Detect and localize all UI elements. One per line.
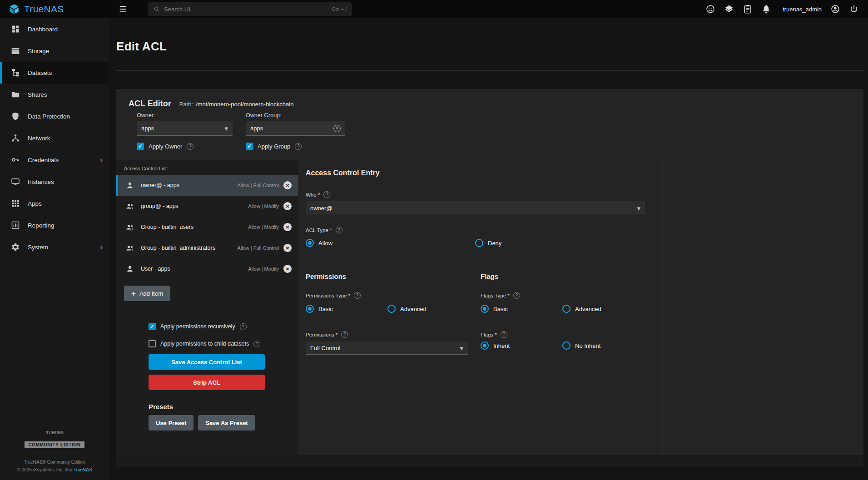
help-icon[interactable]: ? [187,143,193,150]
owner-select[interactable]: apps ▾ [137,121,233,136]
sidebar-item-label: Instances [28,178,54,185]
help-icon[interactable]: ? [501,331,507,338]
help-icon[interactable]: ? [513,292,520,299]
permissions-type-basic-radio[interactable]: Basic [306,305,387,313]
tasks-clipboard-icon[interactable] [743,4,753,14]
account-circle-icon[interactable] [830,4,840,14]
search-bar[interactable]: Ctrl + / [148,2,352,16]
acl-editor-card: ACL Editor Path:/mnt/monero-pool/monero-… [116,89,863,455]
acl-entry-row[interactable]: User - apps Allow | Modify ✕ [116,258,298,279]
strip-acl-button[interactable]: Strip ACL [149,375,265,390]
help-icon[interactable]: ? [323,191,330,198]
sidebar-item-label: Data Protection [28,113,70,120]
owner-group-label: Owner Group: [246,112,345,119]
acl-entry-row[interactable]: owner@ - apps Allow | Full Control ✕ [116,175,298,196]
apply-owner-label: Apply Owner [149,143,182,150]
radio-selected-icon [306,239,314,247]
sidebar-item-label: Dashboard [28,26,58,33]
radio-icon [387,305,396,313]
apply-owner-checkbox[interactable]: ✓ [137,143,144,150]
search-input[interactable] [164,6,328,13]
dashboard-icon [11,25,20,34]
remove-entry-icon[interactable]: ✕ [283,244,292,252]
sidebar-item-instances[interactable]: Instances [0,171,109,193]
sidebar-item-reporting[interactable]: Reporting [0,214,109,236]
chevron-down-icon: ▾ [637,205,640,212]
permissions-heading: Permissions [306,272,481,280]
permissions-type-advanced-radio[interactable]: Advanced [387,305,427,313]
flags-no-inherit-radio[interactable]: No Inherit [562,341,600,350]
who-label: Who * ? [306,191,863,198]
people-icon [125,223,134,232]
monitor-icon [11,177,20,186]
help-icon[interactable]: ? [253,341,260,347]
flags-type-label: Flags Type * ? [481,292,655,299]
apply-child-datasets-checkbox[interactable] [149,340,156,347]
topbar: TrueNAS ☰ Ctrl + / [0,0,868,18]
truenas-logo[interactable]: TrueNAS [0,3,109,15]
use-preset-button[interactable]: Use Preset [149,415,193,431]
who-select[interactable]: owner@ ▾ [306,201,645,215]
radio-selected-icon [481,341,489,350]
search-shortcut-hint: Ctrl + / [332,6,347,12]
acl-type-allow-radio[interactable]: Allow [306,239,475,247]
clear-icon[interactable]: ✕ [333,125,341,132]
help-icon[interactable]: ? [341,331,348,338]
sidebar-item-data-protection[interactable]: Data Protection [0,105,109,127]
acl-type-label: ACL Type * ? [306,227,863,233]
sidebar-item-apps[interactable]: Apps [0,193,109,214]
apply-recursively-label: Apply permissions recursively [160,323,235,330]
remove-entry-icon[interactable]: ✕ [283,181,292,189]
search-icon [153,5,160,13]
apply-group-checkbox[interactable]: ✓ [246,143,253,150]
sidebar-item-storage[interactable]: Storage [0,40,109,62]
sidebar-item-shares[interactable]: Shares [0,84,109,105]
save-as-preset-button[interactable]: Save As Preset [198,415,255,431]
flags-inherit-radio[interactable]: Inherit [481,341,562,350]
access-control-list-panel: Access Control List owner@ - apps Allow … [116,160,298,455]
bar-chart-icon [11,221,20,230]
save-acl-button[interactable]: Save Access Control List [149,354,265,370]
acl-entry-row[interactable]: Group - builtin_users Allow | Modify ✕ [116,217,298,238]
help-icon[interactable]: ? [295,143,302,150]
acl-type-deny-radio[interactable]: Deny [475,239,501,247]
sidebar-item-system[interactable]: System › [0,236,109,258]
sidebar-item-datasets[interactable]: Datasets [0,62,109,84]
person-icon [125,264,134,273]
help-icon[interactable]: ? [336,227,342,233]
owner-group-input[interactable]: apps ✕ [246,121,345,136]
sidebar-item-label: Datasets [28,69,52,76]
notifications-bell-icon[interactable] [761,4,771,14]
add-item-button[interactable]: + Add Item [124,286,170,301]
apply-recursively-checkbox[interactable]: ✓ [149,323,156,330]
remove-entry-icon[interactable]: ✕ [283,202,292,210]
sidebar-item-dashboard[interactable]: Dashboard [0,18,109,40]
sidebar: Dashboard Storage Datasets Shares Data P… [0,18,109,480]
sidebar-item-label: Reporting [28,222,55,229]
copyright-brand-link[interactable]: TrueNAS [74,467,92,472]
acl-entry-row[interactable]: group@ - apps Allow | Modify ✕ [116,196,298,217]
jobs-layers-icon[interactable] [724,4,734,14]
sidebar-item-label: Storage [28,48,49,54]
remove-entry-icon[interactable]: ✕ [283,265,292,273]
hamburger-menu-icon[interactable]: ☰ [119,5,127,14]
power-icon[interactable] [849,4,859,14]
acl-entry-row[interactable]: Group - builtin_administrators Allow | F… [116,238,298,258]
flags-type-basic-radio[interactable]: Basic [481,305,562,313]
apps-grid-icon [11,199,20,208]
radio-icon [475,239,483,247]
folder-icon [11,90,20,99]
help-icon[interactable]: ? [240,323,247,330]
remove-entry-icon[interactable]: ✕ [283,223,292,231]
owner-label: Owner: [137,112,233,119]
feedback-smiley-icon[interactable] [705,4,715,14]
sidebar-item-network[interactable]: Network [0,127,109,149]
help-icon[interactable]: ? [354,292,361,299]
product-line: TrueNAS® Community Edition [0,458,109,466]
sidebar-item-label: Apps [28,200,42,207]
sidebar-item-credentials[interactable]: Credentials › [0,149,109,171]
flags-type-advanced-radio[interactable]: Advanced [562,305,601,313]
check-icon: ✓ [138,144,143,149]
permissions-select[interactable]: Full Control ▾ [306,341,468,355]
person-icon [125,181,134,190]
